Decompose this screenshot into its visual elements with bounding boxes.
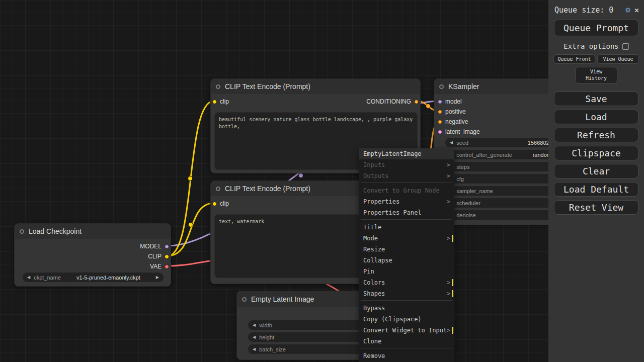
widget-label: cfg bbox=[456, 176, 464, 182]
node-graph-canvas[interactable]: CLIP Text Encode (Prompt) clip CONDITION… bbox=[0, 0, 644, 362]
queue-front-button[interactable]: Queue Front bbox=[553, 54, 595, 64]
slot-label: latent_image bbox=[445, 128, 480, 135]
reset-view-button[interactable]: Reset View bbox=[554, 200, 638, 215]
slot-dot-clip[interactable] bbox=[212, 202, 217, 206]
menu-item-shapes[interactable]: Shapes > bbox=[359, 288, 454, 299]
output-slot-conditioning[interactable]: CONDITIONING bbox=[366, 98, 419, 106]
input-slot-clip[interactable]: clip bbox=[212, 200, 229, 208]
decrement-arrow-icon[interactable]: ◀ bbox=[253, 335, 256, 339]
menu-item-convert-widget-to-input[interactable]: Convert Widget to Input > bbox=[359, 325, 454, 336]
refresh-button[interactable]: Refresh bbox=[554, 128, 638, 142]
comfy-menu-panel: Queue size: 0 ⚙ ✕ Queue Prompt Extra opt… bbox=[548, 0, 644, 362]
widget-label: denoise bbox=[456, 212, 476, 218]
submenu-arrow-icon: > bbox=[447, 277, 450, 288]
collapse-dot[interactable] bbox=[216, 187, 220, 191]
save-button[interactable]: Save bbox=[554, 92, 638, 106]
menu-item-title[interactable]: Title bbox=[359, 222, 454, 233]
collapse-dot[interactable] bbox=[242, 297, 247, 302]
slot-dot-conditioning[interactable] bbox=[414, 100, 419, 104]
slot-dot-clip[interactable] bbox=[212, 100, 217, 104]
next-arrow-icon[interactable]: ▶ bbox=[156, 275, 159, 280]
slot-dot-vae[interactable] bbox=[165, 264, 169, 269]
prev-arrow-icon[interactable]: ◀ bbox=[27, 275, 30, 280]
node-title: Empty Latent Image bbox=[251, 295, 314, 303]
ckpt-name-widget[interactable]: ◀ ckpt_name v1-5-pruned-emaonly.ckpt ▶ bbox=[23, 273, 164, 282]
widget-value: v1-5-pruned-emaonly.ckpt bbox=[76, 275, 140, 281]
menu-item-convert-to-group-node: Convert to Group Node bbox=[359, 185, 454, 196]
widget-label: height bbox=[259, 334, 274, 340]
slot-label: positive bbox=[445, 108, 466, 115]
collapse-dot[interactable] bbox=[216, 84, 220, 89]
close-icon[interactable]: ✕ bbox=[634, 6, 639, 15]
queue-size-label: Queue size: 0 bbox=[554, 6, 621, 15]
cfg-widget[interactable]: ◀ cfg bbox=[445, 174, 563, 184]
input-slot-model[interactable]: model bbox=[438, 98, 462, 106]
menu-item-inputs: Inputs > bbox=[359, 159, 454, 170]
menu-item-collapse[interactable]: Collapse bbox=[359, 255, 454, 266]
submenu-accent-mark bbox=[452, 290, 453, 297]
menu-item-resize[interactable]: Resize bbox=[359, 244, 454, 255]
menu-item-properties-panel[interactable]: Properties Panel bbox=[359, 207, 454, 218]
link-midpoint-dot bbox=[426, 104, 431, 109]
node-title: CLIP Text Encode (Prompt) bbox=[225, 185, 310, 193]
seed-widget[interactable]: ◀ seed 1566802087 bbox=[445, 138, 563, 147]
menu-item-remove[interactable]: Remove bbox=[359, 350, 454, 361]
slot-label: VAE bbox=[150, 263, 162, 270]
node-titlebar[interactable]: CLIP Text Encode (Prompt) bbox=[211, 79, 420, 94]
output-slot-model[interactable]: MODEL bbox=[140, 242, 169, 250]
slot-dot-clip[interactable] bbox=[165, 254, 169, 259]
sampler-name-widget[interactable]: ◀ sampler_name bbox=[445, 186, 563, 196]
widget-label: steps bbox=[456, 164, 469, 170]
menu-item-properties[interactable]: Properties > bbox=[359, 196, 454, 207]
node-load-checkpoint[interactable]: Load Checkpoint MODEL CLIP VAE ◀ ckpt_na… bbox=[14, 223, 171, 287]
menu-item-mode[interactable]: Mode > bbox=[359, 233, 454, 244]
menu-item-clone[interactable]: Clone bbox=[359, 336, 454, 347]
input-slot-latent-image[interactable]: latent_image bbox=[438, 128, 480, 136]
scheduler-widget[interactable]: ◀ scheduler bbox=[445, 198, 563, 208]
clipspace-button[interactable]: Clipspace bbox=[554, 146, 638, 160]
input-slot-negative[interactable]: negative bbox=[438, 118, 468, 126]
load-default-button[interactable]: Load Default bbox=[554, 182, 638, 197]
slot-label: negative bbox=[445, 118, 468, 125]
slot-dot-latent[interactable] bbox=[438, 130, 442, 134]
menu-item-pin[interactable]: Pin bbox=[359, 266, 454, 277]
denoise-widget[interactable]: ◀ denoise bbox=[445, 210, 563, 220]
decrement-arrow-icon[interactable]: ◀ bbox=[253, 347, 256, 351]
submenu-arrow-icon: > bbox=[447, 196, 450, 207]
input-slot-positive[interactable]: positive bbox=[438, 108, 466, 116]
decrement-arrow-icon[interactable]: ◀ bbox=[450, 140, 453, 145]
slot-label: clip bbox=[220, 98, 229, 105]
node-title: KSampler bbox=[448, 82, 479, 90]
output-slot-vae[interactable]: VAE bbox=[150, 262, 169, 270]
load-button[interactable]: Load bbox=[554, 110, 638, 124]
slot-dot-conditioning[interactable] bbox=[438, 110, 442, 114]
submenu-accent-mark bbox=[452, 235, 453, 242]
menu-separator bbox=[361, 300, 452, 302]
input-slot-clip[interactable]: clip bbox=[212, 98, 229, 106]
menu-item-bypass[interactable]: Bypass bbox=[359, 303, 454, 314]
decrement-arrow-icon[interactable]: ◀ bbox=[253, 323, 256, 327]
submenu-arrow-icon: > bbox=[447, 170, 450, 182]
collapse-dot[interactable] bbox=[20, 229, 24, 234]
settings-gear-icon[interactable]: ⚙ bbox=[625, 5, 630, 15]
slot-dot-model[interactable] bbox=[165, 244, 169, 249]
view-history-button[interactable]: View History bbox=[575, 67, 617, 83]
queue-prompt-button[interactable]: Queue Prompt bbox=[554, 20, 638, 36]
output-slot-clip[interactable]: CLIP bbox=[148, 252, 169, 260]
link-midpoint-dot bbox=[189, 223, 193, 227]
widget-label: width bbox=[259, 322, 272, 328]
slot-label: MODEL bbox=[140, 243, 162, 250]
menu-separator bbox=[361, 348, 452, 349]
clear-button[interactable]: Clear bbox=[554, 164, 638, 178]
control-after-generate-widget[interactable]: ◀ control_after_generate randomize bbox=[445, 150, 563, 159]
menu-item-colors[interactable]: Colors > bbox=[359, 277, 454, 288]
view-queue-button[interactable]: View Queue bbox=[597, 54, 639, 64]
menu-item-copy-clipspace[interactable]: Copy (Clipspace) bbox=[359, 314, 454, 325]
slot-dot-model[interactable] bbox=[438, 100, 442, 104]
node-titlebar[interactable]: Load Checkpoint bbox=[15, 224, 171, 239]
menu-separator bbox=[361, 183, 452, 184]
slot-dot-conditioning[interactable] bbox=[438, 120, 442, 124]
collapse-dot[interactable] bbox=[439, 84, 444, 89]
steps-widget[interactable]: ◀ steps bbox=[445, 162, 563, 171]
extra-options-checkbox[interactable] bbox=[622, 43, 629, 50]
